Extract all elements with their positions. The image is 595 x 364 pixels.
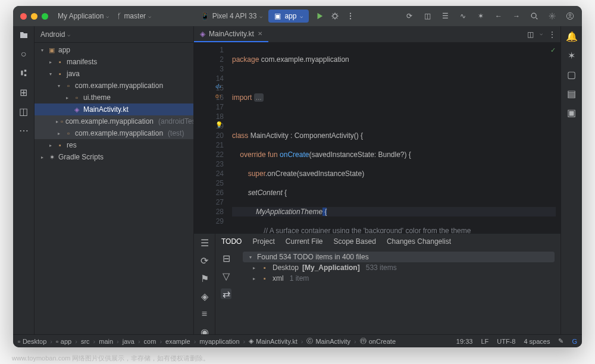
todo-left-rail: ☰ ⟳ ⚑ ◈ ≡ ◉ ⚙	[194, 234, 215, 347]
package-icon: ▫	[64, 82, 73, 89]
class-gutter-icon[interactable]: ‹/›	[215, 83, 221, 90]
back-icon[interactable]: ←	[494, 11, 503, 21]
todo-side-tools: ⊟ ▽ ⇄	[215, 249, 237, 347]
file-encoding[interactable]: UTF-8	[497, 338, 515, 345]
device-manager-icon[interactable]: ▢	[566, 69, 577, 80]
split-icon[interactable]: ◫	[527, 30, 534, 39]
line-separator[interactable]: LF	[481, 338, 488, 345]
tab-changes[interactable]: Changes Changelist	[387, 237, 451, 246]
crumb[interactable]: ⓒ MainActivity	[306, 337, 350, 346]
tree-row-theme[interactable]: ▸▫ui.theme	[35, 92, 193, 103]
tab-mainactivity[interactable]: ◈MainActivity.kt✕	[194, 26, 268, 42]
override-gutter-icon[interactable]: o↑	[215, 93, 222, 99]
more-button[interactable]	[346, 11, 355, 21]
todo-row-desktop[interactable]: ▸▪Desktop [My_Application] 533 items	[243, 262, 555, 273]
cursor-position[interactable]: 19:33	[456, 338, 473, 345]
maximize-icon[interactable]	[42, 13, 48, 20]
intention-bulb-icon[interactable]: 💡	[215, 121, 223, 128]
svg-point-0	[333, 14, 337, 18]
tree-row-package[interactable]: ▾▫com.example.myapplication	[35, 80, 193, 92]
device-manager-icon[interactable]: ◫	[422, 11, 432, 21]
tree-row-app[interactable]: ▾▣app	[35, 44, 193, 56]
close-icon[interactable]: ✕	[258, 30, 262, 37]
flag-icon[interactable]: ⚑	[199, 273, 210, 284]
device-selector[interactable]: 📱Pixel 4 API 33⌵	[201, 12, 263, 20]
package-icon: ▫	[61, 118, 63, 125]
tree-row-manifests[interactable]: ▸▪manifests	[35, 56, 193, 68]
tree-row-package-test[interactable]: ▸▫com.example.myapplication(androidTest)	[35, 115, 193, 127]
tree-row-mainactivity[interactable]: ◈MainActivity.kt	[35, 103, 193, 115]
profiler-icon[interactable]: ∿	[458, 11, 468, 21]
indent-status[interactable]: 4 spaces	[524, 338, 550, 345]
resource-manager-icon[interactable]: ✶	[476, 11, 486, 21]
crumb[interactable]: main	[99, 338, 113, 345]
sidebar-header[interactable]: Android⌵	[35, 26, 193, 43]
tab-scope[interactable]: Scope Based	[334, 237, 376, 246]
tree-row-package-test2[interactable]: ▸▫com.example.myapplication(test)	[35, 127, 193, 139]
tree-row-java[interactable]: ▾▪java	[35, 68, 193, 80]
todo-list-icon[interactable]: ☰	[199, 237, 210, 248]
project-sidebar: Android⌵ ▾▣app ▸▪manifests ▾▪java ▾▫com.…	[35, 26, 194, 334]
emulator-icon[interactable]: ▣	[566, 107, 577, 118]
readonly-icon[interactable]: ✎	[558, 337, 563, 345]
refresh-icon[interactable]: ⟳	[199, 255, 210, 266]
crumb[interactable]: com	[144, 338, 156, 345]
android-icon: ▣	[274, 12, 281, 20]
crumb[interactable]: ◈ MainActivity.kt	[249, 337, 297, 345]
more-tools-icon[interactable]: ⋯	[18, 125, 29, 136]
sync-icon[interactable]: ⟳	[405, 11, 414, 21]
crumb[interactable]: ▫ app	[56, 338, 71, 345]
settings-icon[interactable]	[547, 11, 557, 21]
run-button[interactable]	[315, 11, 324, 21]
inspection-ok-icon[interactable]: ✓	[550, 46, 556, 54]
vcs-branch[interactable]: ᚶmaster⌵	[117, 12, 151, 20]
google-icon[interactable]: G	[572, 338, 577, 345]
commit-tool-icon[interactable]: ○	[18, 49, 29, 59]
chevron-down-icon[interactable]: ⌵	[540, 30, 543, 39]
close-icon[interactable]	[20, 13, 27, 20]
tab-project[interactable]: Project	[252, 237, 274, 246]
crumb[interactable]: myapplication	[199, 338, 239, 345]
forward-icon[interactable]: →	[512, 11, 521, 21]
crumb[interactable]: ▫ Desktop	[18, 338, 46, 345]
todo-summary[interactable]: ▾Found 534 TODO items in 400 files	[243, 252, 555, 262]
project-tool-icon[interactable]	[18, 30, 29, 40]
tab-todo[interactable]: TODO	[221, 237, 242, 246]
filter-icon[interactable]: ▽	[221, 271, 231, 281]
gutter: 12314151617181920212223242526272829	[194, 43, 227, 233]
titlebar: My Application⌵ ᚶmaster⌵ 📱Pixel 4 API 33…	[13, 6, 582, 26]
pull-requests-icon[interactable]: ⑆	[18, 68, 29, 79]
tree-row-res[interactable]: ▸▪res	[35, 139, 193, 151]
layers-icon[interactable]: ≡	[199, 309, 210, 319]
app-inspection-icon[interactable]: ☰	[440, 11, 450, 21]
structure-tool-icon[interactable]: ⊞	[18, 87, 29, 98]
build-variants-icon[interactable]: ◫	[18, 106, 29, 117]
crumb[interactable]: src	[81, 338, 90, 345]
more-icon[interactable]: ⋮	[549, 30, 556, 39]
tab-current-file[interactable]: Current File	[286, 237, 323, 246]
svg-point-5	[551, 15, 553, 17]
project-selector[interactable]: My Application⌵	[58, 12, 109, 20]
right-tool-rail: 🔔 ✶ ▢ ▤ ▣	[560, 26, 582, 334]
running-devices-icon[interactable]: ▤	[566, 88, 577, 99]
gradle-icon[interactable]: ✶	[566, 50, 577, 61]
account-icon[interactable]	[565, 11, 575, 21]
run-config-selector[interactable]: ▣app⌵	[268, 10, 309, 23]
todo-row-xml[interactable]: ▸▪xml 1 item	[243, 273, 555, 284]
svg-point-4	[531, 13, 536, 18]
expand-icon[interactable]: ⊟	[221, 253, 231, 263]
package-icon: ▫	[64, 130, 73, 137]
code-editor[interactable]: ✓ 12314151617181920212223242526272829 ‹/…	[194, 43, 560, 233]
debug-button[interactable]	[330, 11, 340, 21]
notifications-icon[interactable]: 🔔	[566, 31, 577, 42]
phone-icon: 📱	[201, 12, 209, 20]
search-icon[interactable]	[530, 11, 539, 21]
crumb[interactable]: java	[123, 338, 134, 345]
diamond-icon[interactable]: ◈	[199, 291, 210, 302]
autoscroll-icon[interactable]: ⇄	[221, 288, 231, 299]
tree-row-gradle[interactable]: ▸✶Gradle Scripts	[35, 151, 193, 163]
todo-tabs: TODO Project Current File Scope Based Ch…	[215, 234, 560, 249]
crumb[interactable]: ⓜ onCreate	[360, 337, 396, 346]
minimize-icon[interactable]	[31, 13, 37, 20]
crumb[interactable]: example	[165, 338, 190, 345]
